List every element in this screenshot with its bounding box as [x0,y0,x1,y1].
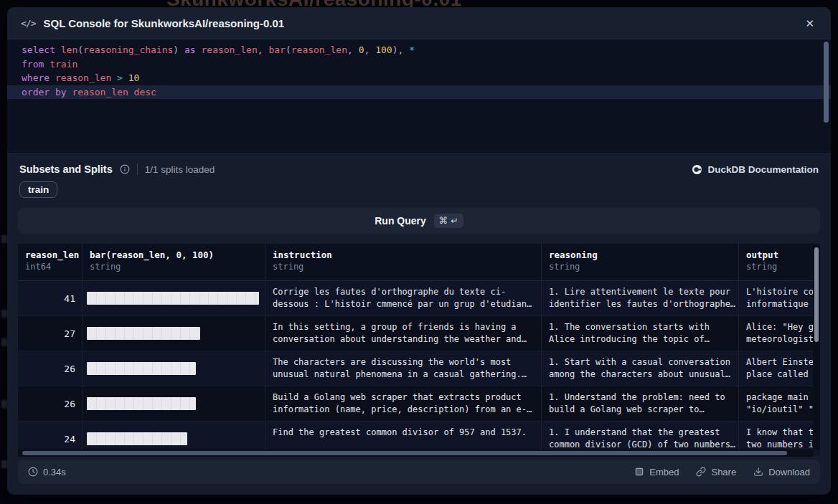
bar-visualization [87,327,200,340]
info-icon[interactable] [120,164,130,174]
embed-label: Embed [649,467,679,477]
table-body: 41Corrige les fautes d'orthographe du te… [18,281,820,457]
download-label: Download [768,467,810,477]
query-time-value: 0.34s [43,467,66,477]
bar-visualization [87,397,196,410]
cell-bar [83,316,265,351]
column-name: output [746,249,813,260]
cell-reasoning: 1. Understand the problem: need to build… [542,386,739,421]
cell-instruction: Corrige les fautes d'orthographe du text… [265,281,542,315]
column-name: reason_len [25,249,75,260]
modal-header: </> SQL Console for SkunkworksAI/reasoni… [7,7,831,39]
clock-icon [28,467,38,477]
cell-bar [83,351,265,386]
background-artifact [1,338,7,346]
table-vertical-scrollbar-thumb[interactable] [814,247,819,342]
cell-output: Albert Einste place called [739,351,820,386]
table-header-row: reason_lenint64bar(reason_len, 0, 100)st… [18,244,820,281]
background-artifact [1,235,7,243]
cell-output: Alice: "Hey g meteorologist [739,316,820,351]
download-button[interactable]: Download [753,467,810,477]
cell-reasoning: 1. Start with a casual conversation amon… [542,351,739,386]
bar-visualization [87,362,196,375]
cell-reasoning: 1. The conversation starts with Alice in… [542,316,739,351]
split-chip-train[interactable]: train [19,181,57,198]
cell-reason-len: 26 [18,386,83,421]
bar-visualization [87,292,259,305]
table-row[interactable]: 26Build a Golang web scraper that extrac… [18,386,820,422]
divider [137,163,138,175]
column-type: string [746,262,813,272]
code-icon: </> [21,18,35,29]
table-horizontal-scrollbar-thumb[interactable] [22,451,787,455]
cell-bar [83,281,265,315]
cell-reason-len: 27 [18,316,83,351]
bar-visualization [87,432,187,445]
table-row[interactable]: 26The characters are discussing the worl… [18,351,820,386]
cell-reason-len: 41 [18,281,83,315]
cell-instruction: Build a Golang web scraper that extracts… [265,386,542,421]
table-vertical-scrollbar[interactable] [813,244,820,450]
column-header-instruction[interactable]: instructionstring [265,244,542,280]
table-horizontal-scrollbar[interactable] [18,450,813,457]
code-line[interactable]: order by reason_len desc [7,85,831,100]
run-query-label: Run Query [375,215,426,227]
column-header-reasoning[interactable]: reasoningstring [542,244,739,280]
table-row[interactable]: 41Corrige les fautes d'orthographe du te… [18,281,820,316]
cell-output: package main "io/ioutil" " [739,386,820,421]
column-name: bar(reason_len, 0, 100) [90,249,258,260]
background-artifact [1,460,7,468]
embed-button[interactable]: Embed [634,467,679,477]
results-footer: 0.34s Embed Share [18,460,820,484]
column-type: int64 [25,262,75,272]
keyboard-shortcut-badge: ⌘ ↵ [434,214,463,228]
column-type: string [549,262,731,272]
editor-scrollbar[interactable] [823,42,829,151]
splits-loaded-text: 1/1 splits loaded [145,164,215,175]
subsets-label: Subsets and Splits [19,163,113,175]
column-name: reasoning [549,249,731,260]
column-header-reason-len[interactable]: reason_lenint64 [18,244,83,280]
editor-scrollbar-thumb[interactable] [824,42,829,123]
cell-bar [83,386,265,421]
cell-output: L'histoire co informatique [739,281,820,315]
duckdb-doc-label: DuckDB Documentation [707,164,819,175]
column-name: instruction [273,249,534,260]
code-line[interactable]: where reason_len > 10 [7,71,831,85]
cell-instruction: The characters are discussing the world'… [265,351,542,386]
code-line[interactable]: select len(reasoning_chains) as reason_l… [7,43,831,57]
cell-instruction: In this setting, a group of friends is h… [265,316,542,351]
download-icon [753,467,763,477]
share-button[interactable]: Share [696,467,736,477]
sql-editor[interactable]: select len(reasoning_chains) as reason_l… [7,39,831,154]
column-header-bar-reason-len-0-100-[interactable]: bar(reason_len, 0, 100)string [83,244,265,280]
column-header-output[interactable]: outputstring [739,244,820,280]
column-type: string [273,262,534,272]
run-query-button[interactable]: Run Query ⌘ ↵ [18,208,820,234]
share-label: Share [711,467,736,477]
sql-editor-lines: select len(reasoning_chains) as reason_l… [7,43,831,99]
query-time: 0.34s [28,467,66,477]
background-artifact [1,400,7,408]
duckdb-doc-link[interactable]: DuckDB Documentation [692,164,819,175]
modal-title: SQL Console for SkunkworksAI/reasoning-0… [43,17,284,29]
column-type: string [90,262,258,272]
embed-icon [634,467,644,477]
cell-reason-len: 26 [18,351,83,386]
sql-console-modal: </> SQL Console for SkunkworksAI/reasoni… [7,7,831,495]
link-icon [696,467,706,477]
background-artifact [1,310,7,318]
subsets-row: Subsets and Splits 1/1 splits loaded Duc… [18,163,820,175]
code-line[interactable]: from train [7,57,831,72]
table-row[interactable]: 27In this setting, a group of friends is… [18,316,820,351]
cell-reasoning: 1. Lire attentivement le texte pour iden… [542,281,739,315]
close-icon[interactable]: ✕ [802,15,817,32]
duckdb-logo-icon [692,164,702,175]
results-table: reason_lenint64bar(reason_len, 0, 100)st… [18,244,820,457]
